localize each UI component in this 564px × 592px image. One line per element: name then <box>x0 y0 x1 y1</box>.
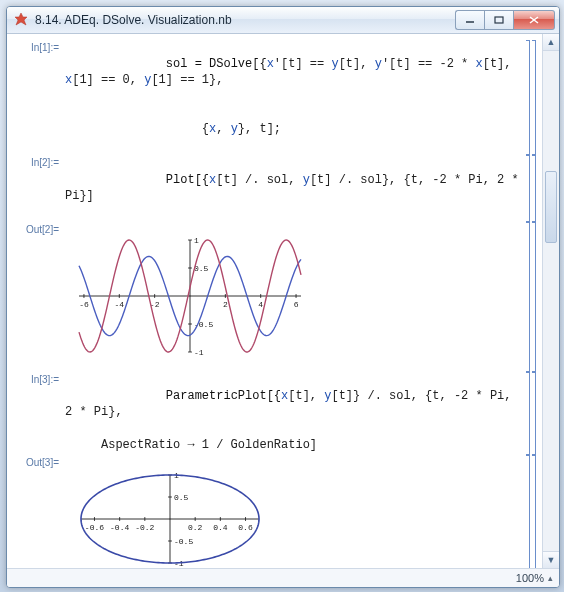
window-title: 8.14. ADEq. DSolve. Visualization.nb <box>35 13 449 27</box>
svg-text:-4: -4 <box>114 300 124 309</box>
zoom-caret-icon[interactable]: ▴ <box>548 573 553 583</box>
scroll-track[interactable] <box>543 51 559 551</box>
cell-label: In[2]:= <box>13 155 65 168</box>
svg-text:0.2: 0.2 <box>188 523 203 532</box>
cell-label: In[3]:= <box>13 372 65 385</box>
plot-out2: -6-4-2246-1-0.50.51 <box>65 226 538 366</box>
cell-in2[interactable]: In[2]:= Plot[{x[t] /. sol, y[t] /. sol},… <box>13 155 538 220</box>
svg-rect-2 <box>495 17 503 23</box>
scroll-up-button[interactable]: ▲ <box>543 34 559 51</box>
cell-out3: Out[3]= -0.6-0.4-0.20.20.40.6-1-0.50.51 <box>13 455 538 568</box>
svg-text:1: 1 <box>194 236 199 245</box>
cell-in3[interactable]: In[3]:= ParametricPlot[{x[t], y[t]} /. s… <box>13 372 538 453</box>
scroll-down-button[interactable]: ▼ <box>543 551 559 568</box>
cell-label: Out[2]= <box>13 222 65 235</box>
svg-text:-0.6: -0.6 <box>85 523 104 532</box>
svg-text:-1: -1 <box>194 348 204 357</box>
zoom-level[interactable]: 100% <box>516 572 544 584</box>
vertical-scrollbar[interactable]: ▲ ▼ <box>542 34 559 568</box>
svg-text:0.5: 0.5 <box>194 264 209 273</box>
plot-out3: -0.6-0.4-0.20.20.40.6-1-0.50.51 <box>65 459 538 568</box>
titlebar[interactable]: 8.14. ADEq. DSolve. Visualization.nb <box>7 7 559 34</box>
cell-body[interactable]: ParametricPlot[{x[t], y[t]} /. sol, {t, … <box>65 372 538 453</box>
window-controls <box>455 10 555 30</box>
cell-label: Out[3]= <box>13 455 65 468</box>
svg-text:2: 2 <box>223 300 228 309</box>
minimize-button[interactable] <box>455 10 484 30</box>
statusbar: 100% ▴ <box>7 568 559 587</box>
svg-text:-6: -6 <box>79 300 89 309</box>
svg-text:-0.2: -0.2 <box>135 523 154 532</box>
cell-out2: Out[2]= -6-4-2246-1-0.50.51 <box>13 222 538 370</box>
svg-text:0.4: 0.4 <box>213 523 228 532</box>
app-window: 8.14. ADEq. DSolve. Visualization.nb <box>6 6 560 588</box>
cell-body[interactable]: sol = DSolve[{x'[t] == y[t], y'[t] == -2… <box>65 40 538 153</box>
svg-marker-0 <box>15 13 27 25</box>
cell-body[interactable]: Plot[{x[t] /. sol, y[t] /. sol}, {t, -2 … <box>65 155 538 220</box>
svg-text:0.6: 0.6 <box>238 523 253 532</box>
cell-label: In[1]:= <box>13 40 65 53</box>
notebook-area[interactable]: In[1]:= sol = DSolve[{x'[t] == y[t], y'[… <box>7 34 542 568</box>
svg-text:6: 6 <box>294 300 299 309</box>
mathematica-icon <box>13 12 29 28</box>
svg-text:4: 4 <box>258 300 263 309</box>
svg-text:-0.4: -0.4 <box>110 523 129 532</box>
svg-text:0.5: 0.5 <box>174 493 189 502</box>
close-button[interactable] <box>514 10 555 30</box>
maximize-button[interactable] <box>484 10 514 30</box>
scroll-thumb[interactable] <box>545 171 557 243</box>
cell-in1[interactable]: In[1]:= sol = DSolve[{x'[t] == y[t], y'[… <box>13 40 538 153</box>
svg-text:-0.5: -0.5 <box>174 537 193 546</box>
